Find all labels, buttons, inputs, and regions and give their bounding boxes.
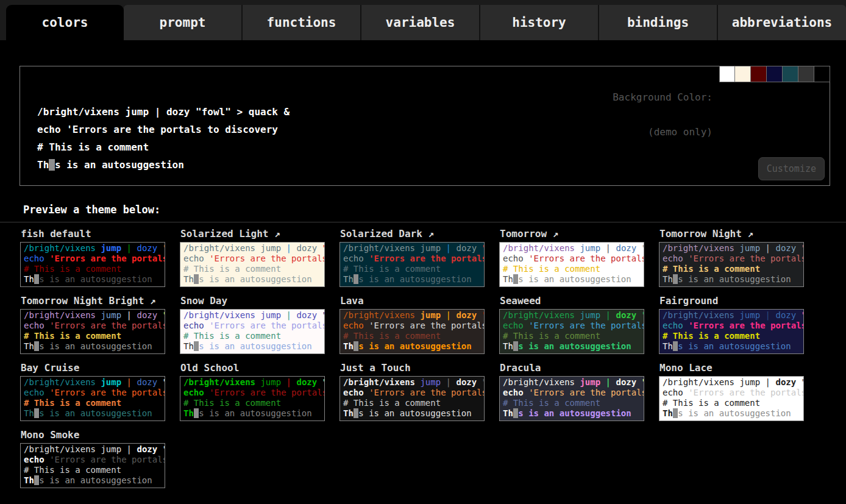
bg-swatch-black[interactable]	[814, 66, 830, 82]
theme-name-solarized-light[interactable]: Solarized Light ↗	[180, 228, 325, 240]
theme-name-tomorrow[interactable]: Tomorrow ↗	[500, 228, 644, 240]
theme-name-bay-cruise: Bay Cruise	[21, 362, 165, 374]
theme-preview-seaweed[interactable]: /bright/vixens jump | dozy "echo 'Errors…	[499, 309, 644, 354]
theme-preview-solarized-dark[interactable]: /bright/vixens jump | dozy "echo 'Errors…	[339, 242, 485, 287]
fish-config-app: colorspromptfunctionsvariableshistorybin…	[0, 0, 846, 496]
theme-preview-tomorrow-night[interactable]: /bright/vixens jump | dozy "echo 'Errors…	[659, 242, 804, 287]
theme-card-just-a-touch: Just a Touch/bright/vixens jump | dozy "…	[339, 362, 485, 421]
theme-card-lava: Lava/bright/vixens jump | dozy "echo 'Er…	[339, 295, 485, 354]
theme-name-mono-smoke: Mono Smoke	[21, 429, 165, 441]
theme-card-mono-lace: Mono Lace/bright/vixens jump | dozy "ech…	[659, 362, 804, 421]
theme-preview-snow-day[interactable]: /bright/vixens jump | dozy "echo 'Errors…	[180, 309, 325, 354]
theme-grid: fish default/bright/vixens jump | dozy "…	[0, 222, 846, 496]
tab-abbreviations[interactable]: abbreviations	[717, 5, 846, 40]
theme-name-dracula: Dracula	[500, 362, 644, 374]
background-color-label-line1: Background Color:	[613, 91, 713, 103]
theme-preview-mono-lace[interactable]: /bright/vixens jump | dozy "echo 'Errors…	[659, 376, 804, 421]
theme-card-tomorrow: Tomorrow ↗/bright/vixens jump | dozy "ec…	[499, 228, 644, 287]
theme-preview-fairground[interactable]: /bright/vixens jump | dozy "echo 'Errors…	[659, 309, 804, 354]
bg-swatch-cream[interactable]	[735, 66, 751, 82]
tab-bar: colorspromptfunctionsvariableshistorybin…	[0, 0, 846, 40]
bg-swatch-white[interactable]	[719, 66, 735, 82]
bg-swatch-teal[interactable]	[783, 66, 798, 82]
theme-name-lava: Lava	[340, 295, 485, 307]
theme-name-fish-default: fish default	[21, 228, 165, 240]
theme-card-fish-default: fish default/bright/vixens jump | dozy "…	[20, 228, 165, 287]
theme-preview-old-school[interactable]: /bright/vixens jump | dozy "echo 'Errors…	[180, 376, 325, 421]
bg-swatch-navy[interactable]	[767, 66, 783, 82]
tab-prompt[interactable]: prompt	[124, 5, 241, 40]
tab-functions[interactable]: functions	[241, 5, 360, 40]
themes-heading: Preview a theme below:	[23, 204, 846, 216]
theme-card-seaweed: Seaweed/bright/vixens jump | dozy "echo …	[499, 295, 644, 354]
background-color-label: Background Color: (demo only)	[613, 68, 713, 161]
theme-card-tomorrow-night: Tomorrow Night ↗/bright/vixens jump | do…	[659, 228, 804, 287]
colors-tab-content: Background Color: (demo only) /bright/vi…	[0, 66, 846, 496]
theme-name-solarized-dark[interactable]: Solarized Dark ↗	[340, 228, 485, 240]
theme-preview-solarized-light[interactable]: /bright/vixens jump | dozy "echo 'Errors…	[180, 242, 325, 287]
theme-preview-lava[interactable]: /bright/vixens jump | dozy "echo 'Errors…	[339, 309, 485, 354]
bg-swatch-maroon[interactable]	[751, 66, 767, 82]
color-preview-panel: Background Color: (demo only) /bright/vi…	[20, 66, 830, 186]
theme-preview-mono-smoke[interactable]: /bright/vixens jump | dozy "echo 'Errors…	[20, 443, 165, 488]
theme-card-dracula: Dracula/bright/vixens jump | dozy "echo …	[499, 362, 644, 421]
bg-swatch-charcoal[interactable]	[798, 66, 814, 82]
theme-name-tomorrow-night[interactable]: Tomorrow Night ↗	[659, 228, 804, 240]
theme-name-seaweed: Seaweed	[500, 295, 644, 307]
theme-card-tomorrow-night-bright: Tomorrow Night Bright ↗/bright/vixens ju…	[20, 295, 165, 354]
theme-preview-just-a-touch[interactable]: /bright/vixens jump | dozy "echo 'Errors…	[339, 376, 485, 421]
theme-name-tomorrow-night-bright[interactable]: Tomorrow Night Bright ↗	[21, 295, 165, 307]
theme-preview-tomorrow[interactable]: /bright/vixens jump | dozy "echo 'Errors…	[499, 242, 644, 287]
theme-preview-tomorrow-night-bright[interactable]: /bright/vixens jump | dozy "echo 'Errors…	[20, 309, 165, 354]
theme-card-solarized-light: Solarized Light ↗/bright/vixens jump | d…	[180, 228, 325, 287]
tab-history[interactable]: history	[479, 5, 598, 40]
theme-card-mono-smoke: Mono Smoke/bright/vixens jump | dozy "ec…	[20, 429, 165, 488]
background-color-label-line2: (demo only)	[613, 126, 713, 138]
background-color-swatches	[719, 66, 830, 82]
theme-preview-fish-default[interactable]: /bright/vixens jump | dozy "echo 'Errors…	[20, 242, 165, 287]
theme-preview-dracula[interactable]: /bright/vixens jump | dozy "echo 'Errors…	[499, 376, 644, 421]
theme-name-snow-day: Snow Day	[180, 295, 325, 307]
theme-name-old-school: Old School	[180, 362, 325, 374]
theme-card-snow-day: Snow Day/bright/vixens jump | dozy "echo…	[180, 295, 325, 354]
theme-card-fairground: Fairground/bright/vixens jump | dozy "ec…	[659, 295, 804, 354]
theme-name-fairground: Fairground	[659, 295, 804, 307]
theme-card-old-school: Old School/bright/vixens jump | dozy "ec…	[180, 362, 325, 421]
theme-name-mono-lace: Mono Lace	[659, 362, 804, 374]
theme-preview-bay-cruise[interactable]: /bright/vixens jump | dozy "echo 'Errors…	[20, 376, 165, 421]
tab-bindings[interactable]: bindings	[598, 5, 717, 40]
theme-card-bay-cruise: Bay Cruise/bright/vixens jump | dozy "ec…	[20, 362, 165, 421]
theme-card-solarized-dark: Solarized Dark ↗/bright/vixens jump | do…	[339, 228, 485, 287]
theme-name-just-a-touch: Just a Touch	[340, 362, 485, 374]
tab-colors[interactable]: colors	[6, 5, 124, 40]
tab-variables[interactable]: variables	[360, 5, 479, 40]
customize-button[interactable]: Customize	[758, 157, 825, 180]
